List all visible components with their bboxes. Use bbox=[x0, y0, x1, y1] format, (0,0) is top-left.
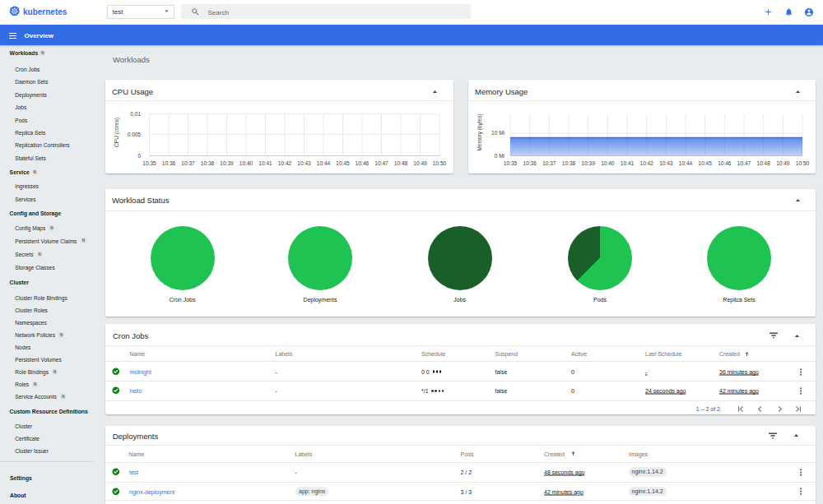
svg-text:CPU (cores): CPU (cores) bbox=[114, 118, 120, 147]
svg-text:10:44: 10:44 bbox=[317, 160, 331, 165]
svg-text:10:41: 10:41 bbox=[621, 160, 635, 165]
svg-text:10:41: 10:41 bbox=[258, 160, 272, 165]
svg-text:10:39: 10:39 bbox=[582, 160, 596, 165]
svg-text:10:37: 10:37 bbox=[542, 160, 556, 165]
svg-text:10:45: 10:45 bbox=[699, 160, 713, 165]
svg-text:0 Mi: 0 Mi bbox=[495, 152, 504, 158]
svg-text:10:35: 10:35 bbox=[504, 160, 518, 165]
svg-text:10:38: 10:38 bbox=[562, 160, 576, 165]
svg-text:10:43: 10:43 bbox=[659, 160, 673, 165]
svg-text:10:45: 10:45 bbox=[336, 160, 350, 165]
svg-text:10:42: 10:42 bbox=[278, 160, 292, 165]
svg-text:10:38: 10:38 bbox=[201, 160, 215, 165]
svg-text:10:49: 10:49 bbox=[776, 160, 790, 165]
svg-text:0.005: 0.005 bbox=[128, 131, 142, 136]
svg-text:10:48: 10:48 bbox=[394, 160, 408, 165]
svg-text:10:36: 10:36 bbox=[523, 160, 537, 165]
svg-text:10:50: 10:50 bbox=[433, 160, 447, 165]
svg-text:10 Mi: 10 Mi bbox=[491, 130, 504, 136]
svg-text:10:48: 10:48 bbox=[757, 160, 771, 165]
svg-text:10:35: 10:35 bbox=[142, 160, 156, 165]
svg-text:10:40: 10:40 bbox=[601, 160, 615, 165]
svg-text:10:42: 10:42 bbox=[640, 160, 654, 165]
svg-text:10:46: 10:46 bbox=[718, 160, 732, 165]
svg-text:Memory (bytes): Memory (bytes) bbox=[477, 113, 483, 150]
svg-text:0.01: 0.01 bbox=[130, 111, 141, 117]
svg-text:10:40: 10:40 bbox=[239, 160, 253, 165]
svg-text:10:47: 10:47 bbox=[737, 160, 751, 165]
svg-text:10:39: 10:39 bbox=[220, 160, 234, 165]
svg-text:10:49: 10:49 bbox=[413, 160, 427, 165]
svg-text:10:47: 10:47 bbox=[374, 160, 388, 165]
svg-text:10:37: 10:37 bbox=[181, 160, 195, 165]
svg-text:10:43: 10:43 bbox=[297, 160, 311, 165]
svg-text:10:50: 10:50 bbox=[796, 160, 810, 165]
svg-text:0: 0 bbox=[137, 152, 141, 158]
svg-text:10:46: 10:46 bbox=[356, 160, 370, 165]
svg-text:10:36: 10:36 bbox=[162, 160, 176, 165]
svg-text:10:44: 10:44 bbox=[679, 160, 693, 165]
